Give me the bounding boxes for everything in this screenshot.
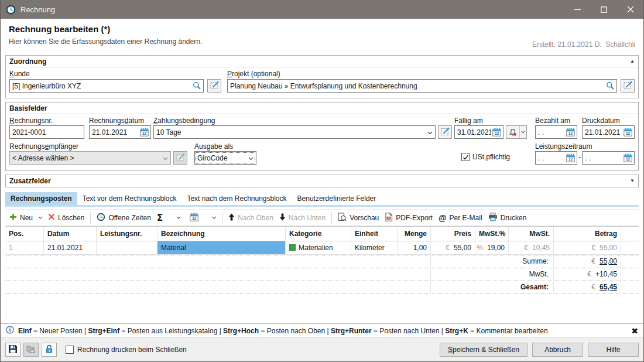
tab-benutzerdefinierte-felder[interactable]: Benutzerdefinierte Felder xyxy=(292,192,382,205)
neu-button[interactable]: Neu xyxy=(6,212,36,224)
summen-dropdown-arrow[interactable] xyxy=(174,215,183,220)
tab-rechnungsposten[interactable]: Rechnungsposten xyxy=(5,192,77,205)
save-button[interactable] xyxy=(5,343,20,357)
close-button[interactable] xyxy=(617,0,643,19)
rechnungsdatum-input[interactable] xyxy=(92,126,139,138)
projekt-edit-button[interactable] xyxy=(621,79,635,93)
neu-dropdown-arrow[interactable] xyxy=(36,215,45,220)
col-header-menge[interactable]: Menge xyxy=(398,227,431,241)
gesamt-value: €65,45 xyxy=(554,281,621,293)
svg-text:12: 12 xyxy=(494,131,499,135)
cell-leistungsnr[interactable] xyxy=(97,241,157,254)
ausgabe-als-select[interactable]: GiroCode xyxy=(194,151,256,165)
svg-text:12: 12 xyxy=(192,216,197,220)
col-header-datum[interactable]: Datum xyxy=(44,227,97,241)
cell-kategorie[interactable]: Materialien xyxy=(286,241,351,254)
leistungszeitraum-from-input[interactable] xyxy=(538,152,565,164)
cell-mwst[interactable]: €10,45 xyxy=(509,241,554,254)
calendar-icon[interactable]: 12 xyxy=(565,153,576,163)
calendar-icon[interactable]: 12 xyxy=(565,127,576,138)
reminder-split-button[interactable] xyxy=(506,125,527,139)
lock-button[interactable] xyxy=(42,343,57,357)
cell-menge[interactable]: 1,00 xyxy=(398,241,431,254)
vorschau-label: Vorschau xyxy=(350,214,379,222)
collapse-up-icon[interactable]: ▲ xyxy=(630,59,635,64)
per-email-button[interactable]: @ Per E-Mail xyxy=(436,212,485,224)
col-header-preis[interactable]: Preis xyxy=(431,227,475,241)
col-header-bezeichnung[interactable]: Bezeichnung xyxy=(157,227,286,241)
druckdatum-input[interactable] xyxy=(585,126,622,138)
bezahlt-am-input[interactable] xyxy=(538,126,565,138)
col-header-mwst[interactable]: MwSt. xyxy=(509,227,554,241)
faellig-am-input[interactable] xyxy=(457,126,491,138)
projekt-input[interactable] xyxy=(230,80,605,92)
calendar-icon[interactable]: 12 xyxy=(139,127,149,138)
chevron-down-icon xyxy=(427,128,433,136)
search-icon[interactable] xyxy=(191,81,202,91)
kalender-dropdown-arrow[interactable] xyxy=(210,215,219,220)
window-titlebar: Rechnung xyxy=(1,0,643,19)
nach-unten-button[interactable]: Nach Unten xyxy=(276,212,328,224)
leistungszeitraum-separator: - xyxy=(578,153,581,161)
speichern-schliessen-button[interactable]: Speichern & Schließen xyxy=(440,343,527,357)
search-icon[interactable] xyxy=(605,81,615,91)
zahlungsbedingung-select[interactable]: 10 Tage xyxy=(153,125,436,139)
col-header-mwst-prozent[interactable]: MwSt.% xyxy=(475,227,509,241)
offene-zeiten-button[interactable]: Offene Zeiten xyxy=(94,211,154,224)
kunde-input[interactable] xyxy=(12,80,191,92)
print-on-close-checkbox[interactable] xyxy=(66,346,74,354)
nach-oben-button[interactable]: Nach Oben xyxy=(225,212,276,224)
hint-close-icon[interactable]: ✖ xyxy=(631,327,638,335)
table-row[interactable]: 1 21.01.2021 Material Materialien Kilome… xyxy=(5,241,639,255)
collapse-down-icon[interactable]: ▼ xyxy=(630,179,635,183)
rechnungsnr-input[interactable] xyxy=(12,126,83,138)
kunde-edit-button[interactable] xyxy=(207,79,221,93)
rechnungsempfaenger-select: < Adresse wählen > xyxy=(9,151,171,165)
summary-row-gesamt: Gesamt: €65,45 xyxy=(5,281,639,293)
chevron-down-icon[interactable] xyxy=(520,126,526,138)
zahlungsbedingung-edit-button[interactable] xyxy=(438,125,452,139)
svg-text:12: 12 xyxy=(568,131,573,135)
leistungszeitraum-to-input[interactable] xyxy=(585,152,622,164)
pdf-export-button[interactable]: A PDF-Export xyxy=(382,211,436,224)
cell-einheit[interactable]: Kilometer xyxy=(351,241,398,254)
rechnungsempfaenger-edit-button xyxy=(173,151,187,165)
tab-text-nach-rechnungsblock[interactable]: Text nach dem Rechnungsblock xyxy=(181,192,292,205)
vorschau-button[interactable]: Vorschau xyxy=(335,211,382,224)
cell-preis[interactable]: €55,00 xyxy=(431,241,475,254)
rechnungsempfaenger-value: < Adresse wählen > xyxy=(12,154,160,162)
col-header-betrag[interactable]: Betrag xyxy=(554,227,621,241)
cell-mwst-prozent[interactable]: %19,00 xyxy=(475,241,509,254)
calendar-icon[interactable]: 12 xyxy=(491,127,502,138)
col-header-pos[interactable]: Pos. xyxy=(5,227,44,241)
shortcut-hint-text: Einf = Neuer Posten | Strg+Einf = Posten… xyxy=(18,327,548,335)
calendar-icon[interactable]: 12 xyxy=(622,127,633,138)
edit-note-icon xyxy=(210,81,219,91)
summen-button[interactable]: Σ xyxy=(154,211,166,224)
druckdatum-field: 12 xyxy=(582,125,635,139)
grid-header-row: Pos. Datum Leistungsnr. Bezeichnung Kate… xyxy=(5,227,639,241)
col-header-kategorie[interactable]: Kategorie xyxy=(286,227,351,241)
leistungszeitraum-to-field: 12 xyxy=(582,151,635,165)
tab-text-vor-rechnungsblock[interactable]: Text vor dem Rechnungsblock xyxy=(77,192,182,205)
abbruch-button[interactable]: Abbruch xyxy=(532,343,583,357)
cell-betrag[interactable]: €55,00 xyxy=(554,241,621,254)
col-header-leistungsnr[interactable]: Leistungsnr. xyxy=(97,227,157,241)
cell-datum[interactable]: 21.01.2021 xyxy=(44,241,97,254)
print-warning-button[interactable] xyxy=(23,343,39,357)
reminder-bell-icon[interactable] xyxy=(506,126,520,138)
svg-text:12: 12 xyxy=(568,157,573,161)
app-clock-icon xyxy=(6,5,16,15)
floppy-disk-icon xyxy=(8,344,18,356)
loeschen-button[interactable]: Löschen xyxy=(45,212,87,223)
hilfe-button[interactable]: Hilfe xyxy=(588,343,639,357)
maximize-button[interactable] xyxy=(591,0,617,19)
cell-pos[interactable]: 1 xyxy=(5,241,44,254)
col-header-einheit[interactable]: Einheit xyxy=(351,227,398,241)
calendar-icon[interactable]: 12 xyxy=(622,153,633,163)
drucken-button[interactable]: Drucken xyxy=(485,211,530,224)
ust-pflichtig-checkbox[interactable] xyxy=(461,153,470,161)
cell-bezeichnung-selected[interactable]: Material xyxy=(157,241,286,254)
minimize-button[interactable] xyxy=(564,0,591,19)
kalender-button[interactable]: 12 xyxy=(187,211,201,224)
